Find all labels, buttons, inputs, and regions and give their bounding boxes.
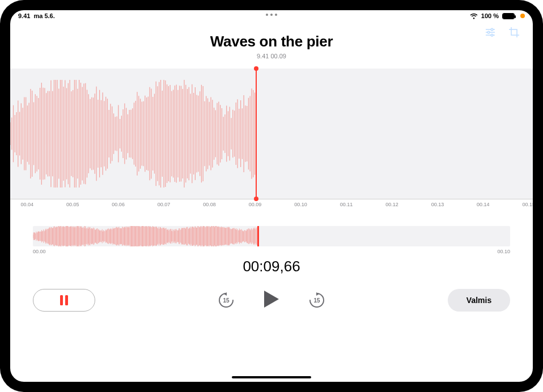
ruler-tick: 00.07 — [158, 202, 171, 207]
pause-icon — [59, 295, 69, 306]
ruler-tick: 00.13 — [431, 202, 444, 207]
pause-button[interactable] — [33, 289, 95, 312]
overview-end-label: 00.10 — [497, 249, 510, 254]
playhead[interactable] — [256, 69, 257, 199]
svg-rect-674 — [60, 295, 63, 305]
wifi-icon — [470, 13, 478, 19]
ruler-tick: 00.04 — [20, 202, 33, 207]
skip-forward-button[interactable]: 15 — [307, 291, 326, 310]
ruler-tick: 00.11 — [340, 202, 353, 207]
play-icon — [263, 289, 280, 309]
crop-icon[interactable] — [508, 26, 520, 39]
ruler-tick: 00.09 — [249, 202, 262, 207]
overview-graphic — [33, 226, 257, 246]
current-time: 00:09,66 — [10, 258, 533, 275]
svg-point-3 — [491, 28, 493, 31]
play-button[interactable] — [263, 289, 280, 311]
ruler-tick: 00.05 — [66, 202, 79, 207]
done-label: Valmis — [466, 296, 491, 305]
screen: 9.41 ma 5.6. 100 % Waves on the pier 9.4… — [10, 10, 533, 382]
recording-subtitle: 9.41 00.09 — [10, 53, 533, 59]
waveform-graphic — [10, 69, 533, 199]
skip-back-icon: 15 — [217, 291, 236, 310]
ruler-tick: 00.10 — [294, 202, 307, 207]
overview-start-label: 00.00 — [33, 249, 46, 254]
edit-toolbar — [484, 26, 520, 39]
ipad-frame: 9.41 ma 5.6. 100 % Waves on the pier 9.4… — [0, 0, 543, 392]
ruler-tick: 00.06 — [112, 202, 125, 207]
overview-waveform[interactable] — [33, 226, 510, 246]
svg-point-4 — [487, 31, 490, 33]
transport-controls: 15 15 Valmis — [10, 289, 533, 312]
ruler-tick: 00.14 — [477, 202, 490, 207]
skip-back-button[interactable]: 15 — [217, 291, 236, 310]
overview-playhead[interactable] — [257, 226, 259, 246]
battery-text: 100 % — [481, 12, 499, 19]
time-ruler: 00.0400.0500.0600.0700.0800.0900.1000.11… — [10, 199, 533, 212]
multitask-dots[interactable] — [266, 14, 277, 16]
svg-text:15: 15 — [313, 297, 320, 304]
status-time: 9.41 — [18, 12, 30, 19]
recording-title[interactable]: Waves on the pier — [10, 33, 533, 50]
options-icon[interactable] — [484, 26, 497, 39]
battery-icon — [502, 13, 515, 19]
main-waveform[interactable] — [10, 69, 533, 199]
home-indicator[interactable] — [232, 376, 311, 378]
recording-indicator-dot — [520, 14, 525, 18]
status-bar: 9.41 ma 5.6. 100 % — [10, 10, 533, 22]
ruler-tick: 00.12 — [385, 202, 398, 207]
ruler-tick: 00.15 — [523, 202, 533, 207]
status-date: ma 5.6. — [33, 12, 54, 19]
skip-forward-icon: 15 — [307, 291, 326, 310]
done-button[interactable]: Valmis — [448, 289, 510, 312]
svg-text:15: 15 — [223, 297, 230, 304]
ruler-tick: 00.08 — [203, 202, 216, 207]
svg-rect-675 — [65, 295, 68, 305]
svg-point-5 — [491, 34, 493, 36]
